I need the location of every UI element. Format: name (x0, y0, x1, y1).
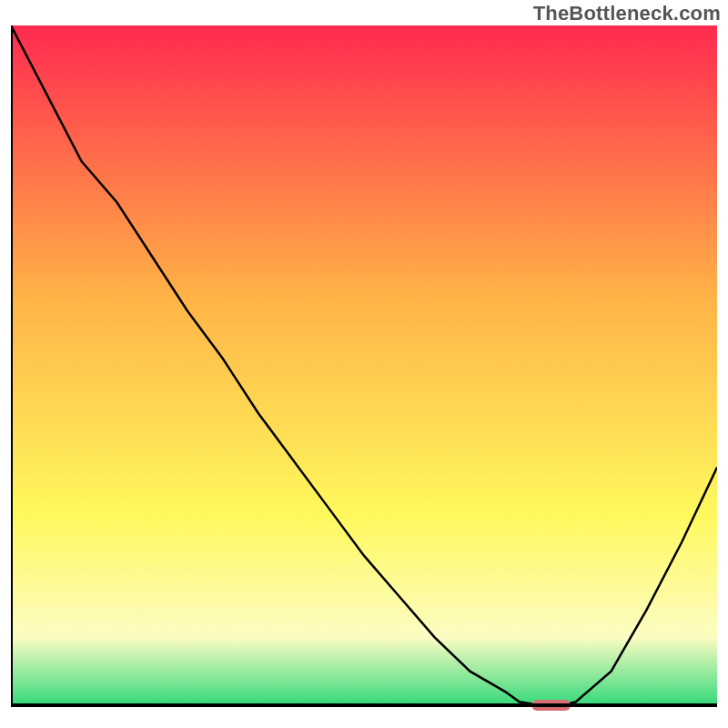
watermark-text: TheBottleneck.com (533, 2, 721, 25)
plot-area (11, 25, 717, 717)
chart-svg (11, 25, 717, 717)
gradient-background (11, 25, 717, 705)
chart-container: TheBottleneck.com (0, 0, 728, 728)
